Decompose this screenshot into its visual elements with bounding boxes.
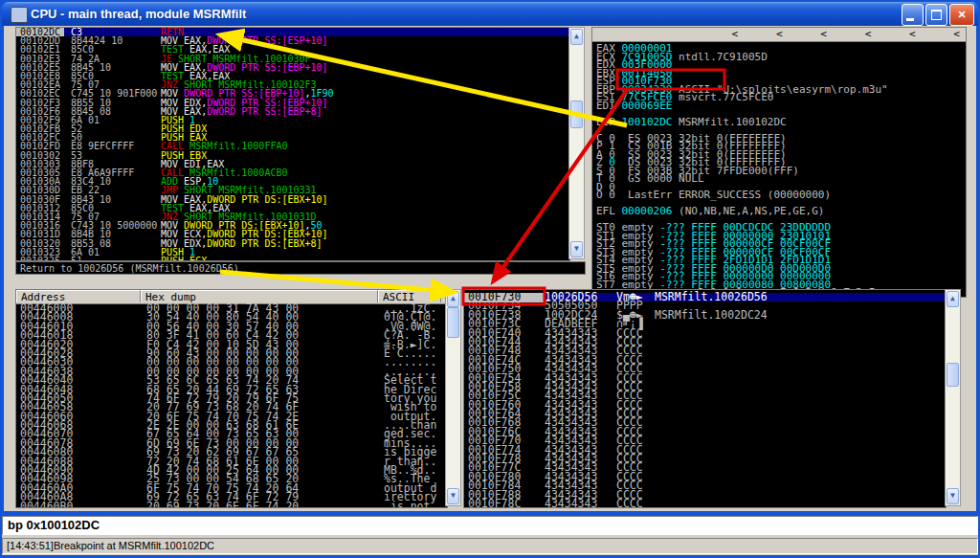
dump-hex: 20 69 73 20 6E 6F 74 20	[146, 502, 299, 508]
text-segment: msvcrt.77C5FCE0	[672, 91, 773, 103]
close-icon: ✕	[957, 9, 966, 21]
command-input[interactable]: bp 0x100102DC	[2, 516, 978, 535]
scroll-down-icon[interactable]: ▼	[570, 241, 583, 257]
stack-row[interactable]: 0010F77843434343CCCC	[464, 455, 946, 463]
registers-list: EAX 00000001ECX 7C91005D ntdll.7C91005DE…	[592, 44, 966, 297]
stack-row[interactable]: 0010F74C43434343CCCC	[464, 356, 946, 365]
stack-row[interactable]: 0010F74443434343CCCC	[464, 338, 946, 346]
scrollbar-thumb[interactable]	[447, 307, 459, 338]
stack-row[interactable]: 0010F76043434343CCCC	[464, 401, 946, 410]
stack-chars: CCCC	[616, 500, 643, 508]
stack-row[interactable]: 0010F78843434343CCCC	[464, 491, 946, 500]
scroll-up-icon[interactable]: ▲	[947, 291, 959, 307]
stack-row[interactable]: 0010F73010026D56Vm☻►MSRMfilt.10026D56	[464, 293, 946, 301]
stack-row[interactable]: 0010F75843434343CCCC	[464, 383, 946, 391]
stack-row[interactable]: 0010F7381002DC24$▄☻►MSRMfilt.1002DC24	[464, 311, 946, 320]
text-segment: O 0 LastErr ERROR_SUCCESS (00000000)	[596, 189, 831, 201]
disasm-row[interactable]: 001030F8B43 10MOV EAX,DWORD PTR DS:[EBX+…	[16, 195, 569, 204]
dump-ascii: is not	[384, 502, 436, 508]
window-title: CPU - main thread, module MSRMfilt	[2, 7, 246, 21]
disasm-row[interactable]: 00102FDE8 9EFCFFFFCALL MSRMfilt.1000FFA0	[16, 142, 569, 150]
disasm-row[interactable]: 00102F96A 01PUSH 1	[16, 116, 569, 124]
dump-rows: 0044600000 00 00 00 31 7A 43 00....1zC.0…	[16, 304, 447, 507]
text-segment: 000069EE	[622, 100, 673, 112]
title-bar[interactable]: CPU - main thread, module MSRMfilt	[2, 2, 978, 26]
stack-row[interactable]: 0010F76843434343CCCC	[464, 418, 946, 427]
register-line[interactable]: EDI 000069EE	[592, 101, 966, 110]
disassembly-info-line: Return to 10026D56 (MSRMfilt.10026D56)	[15, 261, 586, 275]
register-line[interactable]: O 0 LastErr ERROR_SUCCESS (00000000)	[592, 190, 966, 199]
registers-pane[interactable]: Registers (FPU) < < < < < < EAX 00000001…	[591, 27, 967, 298]
text-segment: 100102DC	[622, 116, 673, 128]
disasm-row[interactable]: 00103236A 01PUSH 1	[16, 248, 569, 257]
mdi-client-area: 00102DCC3RETN00102DD8B4424 10MOV EAX,DWO…	[4, 26, 976, 511]
disasm-row[interactable]: 00102FB52PUSH EDX	[16, 124, 569, 133]
stack-row[interactable]: 0010F74043434343CCCC	[464, 329, 946, 338]
disasm-row[interactable]: 00102E58B45 10MOV EAX,DWORD PTR SS:[EBP+…	[16, 63, 569, 72]
disasm-row[interactable]: 00102DD8B4424 10MOV EAX,DWORD PTR SS:[ES…	[16, 36, 569, 45]
stack-row[interactable]: 0010F73CDEADBEEF∩╛¡▐	[464, 320, 946, 328]
hex-dump-pane[interactable]: Address Hex dump ASCII 0044600000 00 00 …	[15, 289, 448, 508]
register-line[interactable]: EFL 00000206 (NO,NB,NE,A,NS,PE,GE,G)	[592, 207, 966, 215]
stack-row[interactable]: 0010F75043434343CCCC	[464, 365, 946, 373]
text-segment: MSRMfilt.100102DC	[672, 116, 786, 128]
close-button[interactable]: ✕	[949, 4, 974, 26]
stack-scrollbar[interactable]: ▲ ▼	[945, 289, 961, 506]
stack-rows: 0010F73010026D56Vm☻►MSRMfilt.10026D56001…	[464, 293, 946, 507]
scrollbar-thumb[interactable]	[947, 363, 959, 387]
dump-scrollbar[interactable]: ▲ ▼	[445, 289, 461, 506]
text-segment: (NO,NB,NE,A,NS,PE,GE,G)	[672, 205, 824, 217]
text-segment: 00000206	[622, 205, 673, 217]
minimize-button[interactable]	[902, 4, 924, 26]
stack-row[interactable]: 0010F75C43434343CCCC	[464, 391, 946, 400]
stack-pane[interactable]: 0010F73010026D56Vm☻►MSRMfilt.10026D56001…	[463, 289, 947, 508]
scrollbar-thumb[interactable]	[570, 100, 583, 128]
scroll-up-icon[interactable]: ▲	[570, 29, 583, 45]
stack-row[interactable]: 0010F77C43434343CCCC	[464, 463, 946, 472]
stack-row[interactable]: 0010F77043434343CCCC	[464, 436, 946, 445]
stack-comment: MSRMfilt.1002DC24	[655, 311, 768, 321]
dump-row[interactable]: 004460B020 69 73 20 6E 6F 74 20 is not	[16, 502, 447, 508]
stack-row[interactable]: 0010F77443434343CCCC	[464, 446, 946, 455]
stack-row[interactable]: 0010F78C43434343CCCC	[464, 500, 946, 508]
text-segment: EIP	[596, 116, 622, 128]
bottom-bars: bp 0x100102DC [14:43:51]Breakpoint at MS…	[2, 516, 978, 555]
stack-row[interactable]: 0010F78443434343CCCC	[464, 481, 946, 490]
registers-header: Registers (FPU) < < < < < <	[592, 28, 966, 42]
text-segment: EFL	[596, 205, 622, 217]
register-line[interactable]: EIP 100102DC MSRMfilt.100102DC	[592, 118, 966, 126]
stack-address: 0010F78C	[464, 500, 545, 508]
scroll-down-icon[interactable]: ▼	[447, 488, 459, 504]
stack-row[interactable]: 0010F74843434343CCCC	[464, 346, 946, 355]
stack-row[interactable]: 0010F76C43434343CCCC	[464, 428, 946, 436]
dump-address: 004460B0	[20, 502, 73, 508]
scroll-up-icon[interactable]: ▲	[447, 291, 459, 307]
stack-row[interactable]: 0010F76443434343CCCC	[464, 410, 946, 418]
status-bar: [14:43:51]Breakpoint at MSRMfilt.100102D…	[2, 538, 978, 554]
stack-value: 43434343	[545, 500, 597, 508]
minimize-icon	[906, 18, 914, 21]
stack-comment: MSRMfilt.10026D56	[655, 293, 768, 302]
text-segment: ntdll.7C91005D	[672, 51, 767, 63]
disassembly-pane[interactable]: 00102DCC3RETN00102DD8B4424 10MOV EAX,DWO…	[15, 27, 570, 261]
olly-cpu-window: CPU - main thread, module MSRMfilt ✕ 001…	[0, 0, 980, 558]
window-icon	[11, 7, 28, 23]
stack-row[interactable]: 0010F78043434343CCCC	[464, 473, 946, 481]
disassembly-scrollbar[interactable]: ▲ ▼	[568, 27, 585, 259]
maximize-icon	[931, 10, 942, 20]
maximize-button[interactable]	[925, 4, 947, 26]
text-segment: EDI	[596, 100, 622, 112]
registers-header-decor: < < < < < <	[732, 28, 960, 40]
disasm-row[interactable]: 001030253PUSH EBX	[16, 151, 569, 160]
scroll-down-icon[interactable]: ▼	[947, 488, 959, 504]
stack-row[interactable]: 0010F75443434343CCCC	[464, 374, 946, 383]
